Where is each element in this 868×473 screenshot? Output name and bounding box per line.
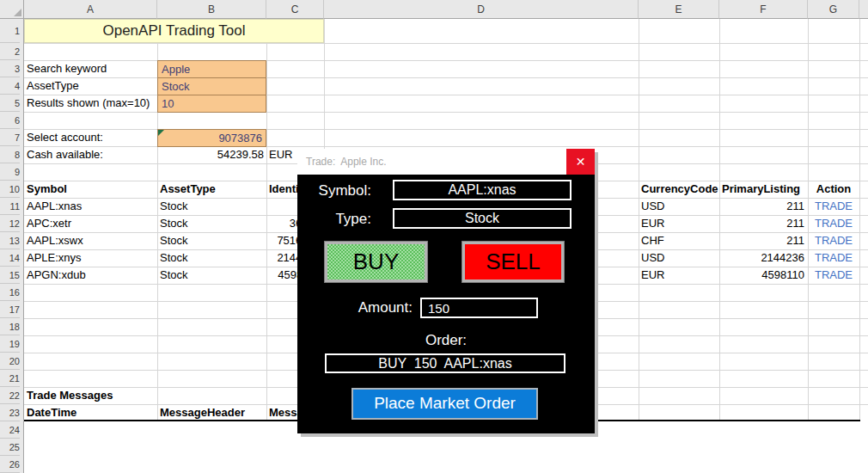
column-header-f[interactable]: F [719, 0, 808, 19]
row-header-9[interactable]: 9 [0, 163, 20, 181]
cash-available-value: 54239.58 [157, 146, 264, 163]
sell-button[interactable]: SELL [462, 242, 564, 282]
result-symbol: AAPL:xnas [27, 198, 156, 215]
row-header-12[interactable]: 12 [0, 215, 20, 232]
column-header-c[interactable]: C [266, 0, 324, 19]
row-header-1[interactable]: 1 [0, 19, 20, 43]
result-currencycode: USD [641, 198, 710, 215]
trade-link[interactable]: TRADE [808, 215, 859, 232]
trade-link[interactable]: TRADE [808, 267, 859, 284]
amount-label: Amount: [297, 298, 413, 317]
result-primarylisting: 4598110 [719, 267, 804, 284]
row-header-6[interactable]: 6 [0, 112, 20, 129]
select-account-input-cell[interactable]: 9073876 [157, 129, 266, 147]
row-header-20[interactable]: 20 [0, 353, 20, 370]
result-assettype: Stock [160, 198, 266, 215]
result-primarylisting: 211 [719, 215, 804, 232]
gridline [639, 19, 639, 421]
results-header-assettype: AssetType [160, 181, 266, 198]
column-header-partial[interactable] [859, 0, 868, 19]
gridline [24, 112, 868, 113]
result-primarylisting: 211 [719, 232, 804, 249]
row-header-5[interactable]: 5 [0, 95, 20, 112]
row-header-22[interactable]: 22 [0, 387, 20, 404]
search-keyword-label: Search keyword [27, 60, 156, 77]
type-value-box: Stock [393, 208, 572, 229]
trade-link[interactable]: TRADE [808, 232, 859, 249]
symbol-label: Symbol: [297, 181, 371, 200]
result-primarylisting: 211 [719, 198, 804, 215]
results-header-action: Action [808, 181, 859, 198]
row-header-17[interactable]: 17 [0, 301, 20, 318]
results-header-primarylisting: PrimaryListing [722, 181, 808, 198]
row-header-25[interactable]: 25 [0, 439, 20, 456]
buy-button[interactable]: BUY [325, 242, 427, 282]
row-header-26[interactable]: 26 [0, 456, 20, 473]
column-header-d[interactable]: D [324, 0, 639, 19]
row-header-13[interactable]: 13 [0, 232, 20, 249]
close-icon: ✕ [576, 155, 586, 169]
row-header-24[interactable]: 24 [0, 421, 20, 439]
result-assettype: Stock [160, 232, 266, 249]
row-header-18[interactable]: 18 [0, 318, 20, 335]
result-assettype: Stock [160, 249, 266, 267]
result-assettype: Stock [160, 267, 266, 284]
row-header-7[interactable]: 7 [0, 129, 20, 146]
place-market-order-button[interactable]: Place Market Order [351, 388, 538, 420]
column-header-a[interactable]: A [24, 0, 157, 19]
result-currencycode: EUR [641, 215, 710, 232]
row-header-8[interactable]: 8 [0, 146, 20, 163]
messages-header-messageheader: MessageHeader [160, 404, 266, 421]
result-symbol: APC:xetr [27, 215, 156, 232]
row-header-19[interactable]: 19 [0, 335, 20, 353]
column-header-b[interactable]: B [157, 0, 266, 19]
trade-messages-title: Trade Messages [27, 387, 173, 404]
row-header-16[interactable]: 16 [0, 284, 20, 301]
messages-header-datetime: DateTime [27, 404, 156, 421]
results-header-currencycode: CurrencyCode [641, 181, 719, 198]
dialog-titlebar[interactable]: Trade: Apple Inc. ✕ [297, 149, 595, 175]
row-header-strip: 1234567891011121314151617181920212223242… [0, 19, 24, 473]
result-symbol: AAPL:xswx [27, 232, 156, 249]
result-assettype: Stock [160, 215, 266, 232]
select-all-triangle-icon [14, 9, 21, 16]
select-all-button[interactable] [0, 0, 24, 19]
row-header-3[interactable]: 3 [0, 60, 20, 77]
gridline [24, 43, 868, 44]
results-header-symbol: Symbol [27, 181, 156, 198]
row-header-11[interactable]: 11 [0, 198, 20, 215]
result-symbol: APLE:xnys [27, 249, 156, 267]
order-summary-box: BUY 150 AAPL:xnas [325, 353, 565, 373]
row-header-23[interactable]: 23 [0, 404, 20, 421]
results-shown-label: Results shown (max=10) [27, 95, 156, 112]
type-label: Type: [297, 210, 371, 229]
result-currencycode: CHF [641, 232, 710, 249]
results-shown-input-cell[interactable]: 10 [157, 95, 266, 113]
row-header-2[interactable]: 2 [0, 43, 20, 60]
trade-dialog: Trade: Apple Inc. ✕ Symbol: AAPL:xnas Ty… [297, 149, 595, 433]
sheet-title-cell[interactable]: OpenAPI Trading Tool [24, 19, 324, 43]
gridline [859, 19, 860, 421]
spreadsheet-app: A B C D E F G 12345678910111213141516171… [0, 0, 868, 473]
order-label: Order: [297, 331, 595, 350]
row-header-10[interactable]: 10 [0, 181, 20, 198]
row-header-21[interactable]: 21 [0, 370, 20, 387]
close-button[interactable]: ✕ [566, 149, 595, 175]
result-currencycode: EUR [641, 267, 710, 284]
search-keyword-input-cell[interactable]: Apple [157, 60, 266, 78]
symbol-value-box: AAPL:xnas [393, 180, 572, 200]
row-header-15[interactable]: 15 [0, 267, 20, 284]
result-currencycode: USD [641, 249, 710, 267]
asset-type-label: AssetType [27, 77, 156, 95]
column-header-e[interactable]: E [639, 0, 719, 19]
row-header-4[interactable]: 4 [0, 77, 20, 95]
trade-link[interactable]: TRADE [808, 198, 859, 215]
result-symbol: APGN:xdub [27, 267, 156, 284]
row-header-14[interactable]: 14 [0, 249, 20, 267]
trade-link[interactable]: TRADE [808, 249, 859, 267]
asset-type-input-cell[interactable]: Stock [157, 77, 266, 95]
column-header-g[interactable]: G [808, 0, 859, 19]
cell-note-triangle-icon [158, 130, 164, 136]
amount-input[interactable] [420, 298, 538, 318]
result-primarylisting: 2144236 [719, 249, 804, 267]
